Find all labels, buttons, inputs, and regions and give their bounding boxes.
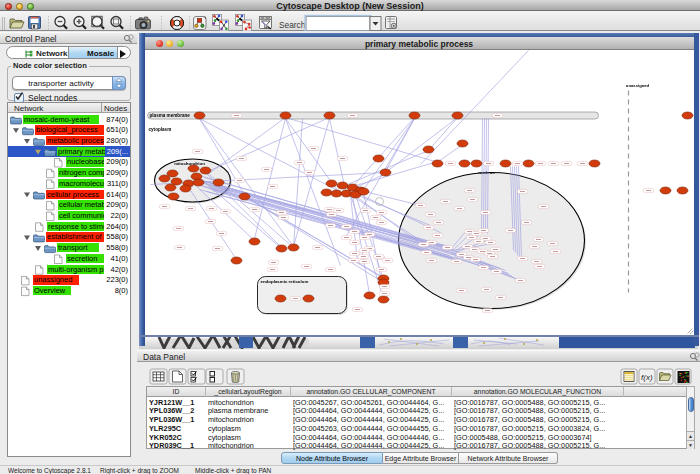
svg-text:endoplasmic reticulum: endoplasmic reticulum: [260, 278, 308, 283]
svg-text:nucleus: nucleus: [478, 170, 495, 175]
svg-text:plasma membrane: plasma membrane: [149, 113, 190, 118]
svg-text:Search:: Search:: [279, 19, 308, 29]
svg-text:mitochondrion: mitochondrion: [174, 160, 205, 165]
svg-text:unassigned: unassigned: [625, 82, 649, 87]
svg-text:cytoplasm: cytoplasm: [148, 126, 171, 131]
svg-text:f(x): f(x): [641, 373, 653, 382]
